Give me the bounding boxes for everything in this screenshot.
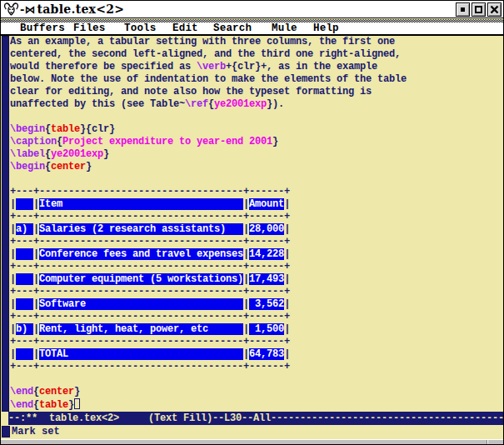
buffer-text: | (10, 298, 16, 310)
buffer-text: | (284, 223, 290, 235)
buffer-text: { (33, 386, 39, 398)
buffer-text: } (68, 399, 74, 411)
buffer-text: | (33, 323, 39, 335)
buffer-line-30: \end{table} (10, 398, 502, 411)
minimize-button[interactable] (456, 2, 470, 17)
buffer-text: | (10, 198, 16, 210)
buffer-text: +---+-----------------------------------… (10, 286, 290, 298)
buffer-text: below. Note the use of indentation to ma… (10, 73, 407, 85)
table-cell: Rent, light, heat, power, etc (39, 323, 243, 335)
table-cell (16, 348, 33, 360)
buffer-text: table (39, 399, 68, 411)
buffer-line-19: +---+-----------------------------------… (10, 261, 502, 273)
buffer-line-29: \end{center} (10, 386, 502, 398)
buffer-text: | (33, 273, 39, 285)
table-cell: Conference fees and travel expenses (39, 248, 243, 260)
table-cell: b) (16, 323, 33, 335)
buffer-text: { (45, 161, 51, 172)
vertical-scrollbar[interactable] (2, 36, 9, 412)
buffer-text: { (45, 148, 51, 160)
close-icon (490, 5, 499, 14)
buffer-text: | (10, 323, 16, 335)
table-cell: 1,500 (249, 323, 284, 335)
buffer-text: table (51, 123, 80, 135)
buffer-line-6: unaffected by this (see Table~\ref{ye200… (10, 98, 502, 111)
window-bottom-border (1, 439, 503, 444)
buffer-text-area[interactable]: As an example, a tabular setting with th… (10, 36, 502, 411)
buffer-text: +---+-----------------------------------… (10, 236, 290, 248)
menu-item-mule[interactable]: Mule (272, 22, 297, 34)
buffer-text: { (33, 399, 39, 411)
buffer-text: +---+-----------------------------------… (10, 186, 290, 198)
table-cell: Amount (249, 198, 284, 210)
text-cursor (74, 398, 80, 409)
buffer-text: | (284, 298, 290, 310)
buffer-line-11: \begin{center} (10, 161, 502, 173)
buffer-text: \end (10, 386, 33, 398)
minibuffer[interactable]: Mark set (1, 426, 503, 439)
table-cell (16, 198, 33, 210)
buffer-line-25: +---+-----------------------------------… (10, 336, 502, 348)
buffer-text: As an example, a tabular setting with th… (10, 36, 395, 48)
buffer-line-18: | |Conference fees and travel expenses|1… (10, 248, 502, 261)
maximize-button[interactable] (472, 2, 486, 17)
buffer-text: | (10, 273, 16, 285)
buffer-text: unaffected by this (see Table~ (10, 98, 185, 110)
buffer-text: +{clr}+, as in the example (226, 61, 377, 72)
buffer-line-3: would therefore be specified as \verb+{c… (10, 61, 502, 73)
table-cell (16, 248, 33, 260)
table-cell: a) (16, 223, 33, 235)
buffer-line-4: below. Note the use of indentation to ma… (10, 73, 502, 86)
buffer-text: } (74, 386, 80, 398)
titlebar-icon-glyph: -⋈ (20, 3, 35, 16)
menu-item-files[interactable]: Files (73, 22, 106, 34)
buffer-text: +---+-----------------------------------… (10, 361, 290, 372)
buffer-text: \ref (185, 98, 208, 110)
buffer-line-22: | |Software | 3,562| (10, 298, 502, 311)
buffer-line-8: \begin{table}{clr} (10, 123, 502, 136)
minimize-icon (461, 8, 465, 12)
menu-item-help[interactable]: Help (313, 22, 339, 34)
buffer-text: +---+-----------------------------------… (10, 211, 290, 222)
buffer-line-5: clear for editing, and note also how the… (10, 86, 502, 98)
buffer-line-13: +---+-----------------------------------… (10, 186, 502, 198)
buffer-text: } (86, 161, 92, 172)
buffer-text: ye2001exp (214, 98, 267, 110)
menu-item-buffers[interactable]: Buffers (20, 22, 65, 34)
table-cell (16, 298, 33, 310)
buffer-text: clear for editing, and note also how the… (10, 86, 372, 98)
table-cell: Salaries (2 research assistants) (39, 223, 243, 235)
mode-line[interactable]: --:** table.tex<2> (Text Fill)--L30--All… (8, 412, 503, 425)
menu-item-edit[interactable]: Edit (172, 22, 198, 34)
table-cell: Item (39, 198, 243, 210)
emacs-window: -⋈ table.tex<2> BuffersFilesToolsEditSea… (0, 0, 504, 445)
buffer-text: +---+-----------------------------------… (10, 311, 290, 322)
buffer-text: center (51, 161, 86, 172)
buffer-text: | (10, 223, 16, 235)
menu-item-tools[interactable]: Tools (124, 22, 157, 34)
buffer-line-20: | |Computer equipment (5 workstations)|1… (10, 273, 502, 286)
buffer-text: \caption (10, 136, 57, 148)
buffer-text: | (33, 298, 39, 310)
buffer-text: | (284, 198, 290, 210)
window-buttons (456, 2, 502, 17)
buffer-text: center (39, 386, 74, 398)
buffer-text: { (57, 136, 62, 148)
buffer-line-9: \caption{Project expenditure to year-end… (10, 136, 502, 148)
buffer-text: centered, the second left-aligned, and t… (10, 48, 401, 60)
buffer-text: | (33, 248, 39, 260)
buffer-line-10: \label{ye2001exp} (10, 148, 502, 161)
titlebar[interactable]: -⋈ table.tex<2> (1, 1, 503, 18)
minibuffer-message: Mark set (12, 426, 60, 438)
buffer-line-17: +---+-----------------------------------… (10, 236, 502, 248)
buffer-text: \verb (197, 61, 226, 72)
close-button[interactable] (487, 2, 502, 17)
buffer-text: | (284, 273, 290, 285)
buffer-text: | (10, 348, 16, 360)
minibuffer-scrollbar (2, 426, 10, 438)
table-cell: Software (39, 298, 243, 310)
buffer-line-12 (10, 173, 502, 186)
menu-bar: BuffersFilesToolsEditSearchMuleHelp (1, 22, 503, 36)
menu-item-search[interactable]: Search (213, 22, 252, 34)
buffer-line-24: |b) |Rent, light, heat, power, etc | 1,5… (10, 323, 502, 336)
